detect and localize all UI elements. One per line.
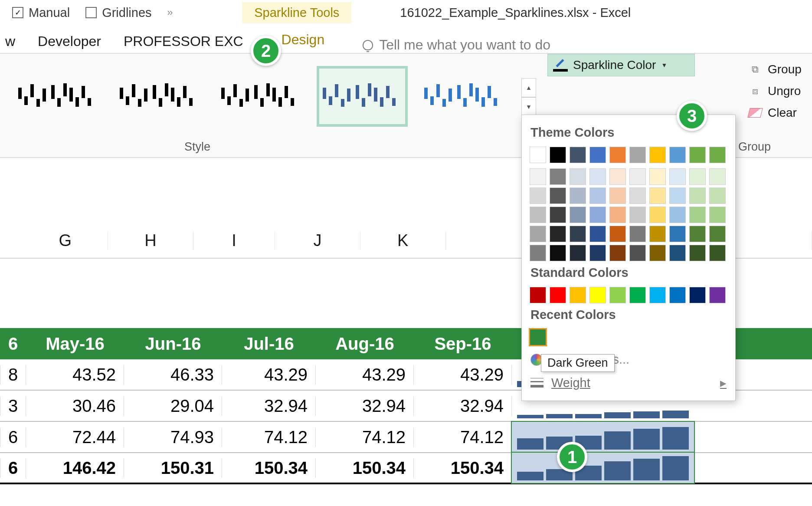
table-header-cell[interactable]: Sep-16 (414, 334, 512, 354)
color-swatch[interactable] (550, 287, 566, 303)
table-cell[interactable]: 30.46 (26, 396, 124, 416)
color-swatch[interactable] (609, 245, 626, 261)
table-cell[interactable]: 74.12 (414, 427, 512, 447)
table-cell[interactable]: 150.34 (222, 458, 316, 478)
table-cell[interactable]: 150.31 (124, 458, 222, 478)
gridlines-checkbox[interactable]: Gridlines (85, 6, 151, 20)
color-swatch[interactable] (689, 147, 706, 163)
color-swatch[interactable] (609, 187, 626, 204)
table-header-cell[interactable]: 6 (0, 334, 26, 354)
color-swatch[interactable] (669, 287, 686, 303)
manual-checkbox[interactable]: ✓ Manual (12, 6, 70, 20)
color-swatch[interactable] (530, 168, 546, 185)
color-swatch[interactable] (550, 207, 566, 223)
color-swatch[interactable] (589, 168, 606, 185)
color-swatch[interactable] (649, 245, 666, 261)
column-letter[interactable]: J (275, 231, 360, 250)
color-swatch[interactable] (550, 245, 566, 261)
column-letter[interactable]: G (23, 231, 108, 250)
color-swatch[interactable] (709, 168, 726, 185)
more-colors-button[interactable]: More Colors... Dark Green (530, 348, 727, 371)
color-swatch[interactable] (589, 187, 606, 204)
sparkline-color-button[interactable]: Sparkline Color ▼ (547, 54, 695, 76)
color-swatch[interactable] (609, 147, 626, 163)
color-swatch[interactable] (649, 147, 666, 163)
table-header-cell[interactable]: Aug-16 (316, 334, 414, 354)
column-letter[interactable]: H (108, 231, 193, 250)
color-swatch[interactable] (709, 187, 726, 204)
table-cell[interactable]: 43.29 (414, 365, 512, 384)
table-cell[interactable]: 72.44 (26, 427, 124, 447)
overflow-icon[interactable]: ›› (167, 7, 172, 18)
style-option-3[interactable] (215, 66, 306, 127)
color-swatch[interactable] (689, 226, 706, 242)
color-swatch[interactable] (570, 207, 586, 223)
tab-professor-excel[interactable]: PROFESSOR EXC (124, 33, 243, 53)
context-tab-sparkline-tools[interactable]: Sparkline Tools (242, 2, 351, 23)
color-swatch[interactable] (689, 207, 706, 223)
color-swatch[interactable] (709, 226, 726, 242)
color-swatch[interactable] (629, 287, 646, 303)
color-swatch[interactable] (570, 187, 586, 204)
color-swatch[interactable] (689, 245, 706, 261)
color-swatch[interactable] (589, 245, 606, 261)
color-swatch[interactable] (709, 147, 726, 163)
color-swatch[interactable] (689, 168, 706, 185)
table-cell[interactable]: 74.93 (124, 427, 222, 447)
table-cell[interactable]: 32.94 (414, 396, 512, 416)
color-swatch[interactable] (530, 287, 546, 303)
color-swatch[interactable] (589, 226, 606, 242)
color-swatch[interactable] (649, 226, 666, 242)
color-swatch[interactable] (530, 245, 546, 261)
clear-button[interactable]: Clear (749, 106, 812, 120)
color-swatch[interactable] (689, 287, 706, 303)
table-cell[interactable]: 32.94 (316, 396, 414, 416)
table-cell[interactable]: 3 (0, 396, 26, 416)
color-swatch[interactable] (629, 168, 646, 185)
color-swatch[interactable] (649, 207, 666, 223)
color-swatch[interactable] (589, 287, 606, 303)
table-cell[interactable]: 74.12 (316, 427, 414, 447)
color-swatch[interactable] (629, 187, 646, 204)
column-letter[interactable]: K (360, 231, 446, 250)
color-swatch[interactable] (629, 207, 646, 223)
color-swatch[interactable] (550, 147, 566, 163)
color-swatch[interactable] (669, 187, 686, 204)
color-swatch[interactable] (629, 226, 646, 242)
ungroup-button[interactable]: ⧈Ungro (749, 84, 812, 98)
color-swatch-recent[interactable] (530, 329, 546, 345)
color-swatch[interactable] (689, 187, 706, 204)
group-button[interactable]: ⧉Group (749, 62, 812, 76)
table-cell[interactable]: 150.34 (316, 458, 414, 478)
color-swatch[interactable] (669, 147, 686, 163)
table-cell[interactable]: 43.52 (26, 365, 124, 384)
color-swatch[interactable] (669, 168, 686, 185)
style-option-5[interactable] (418, 66, 509, 127)
table-header-cell[interactable]: Jun-16 (124, 334, 222, 354)
table-cell[interactable]: 32.94 (222, 396, 316, 416)
style-option-4-selected[interactable] (317, 66, 408, 127)
color-swatch[interactable] (709, 287, 726, 303)
color-swatch[interactable] (570, 226, 586, 242)
style-option-2[interactable] (114, 66, 205, 127)
table-header-cell[interactable]: May-16 (26, 334, 124, 354)
color-swatch[interactable] (570, 168, 586, 185)
sparkline-cell[interactable] (512, 453, 694, 483)
scroll-up-icon[interactable]: ▲ (521, 78, 536, 97)
color-swatch[interactable] (629, 147, 646, 163)
color-swatch[interactable] (589, 207, 606, 223)
color-swatch[interactable] (609, 207, 626, 223)
color-swatch[interactable] (550, 226, 566, 242)
weight-submenu[interactable]: Weight ▸ (530, 371, 727, 394)
color-swatch[interactable] (609, 226, 626, 242)
color-swatch[interactable] (649, 287, 666, 303)
column-letter[interactable]: I (193, 231, 275, 250)
color-swatch[interactable] (530, 187, 546, 204)
color-swatch[interactable] (709, 245, 726, 261)
color-swatch[interactable] (649, 168, 666, 185)
table-cell[interactable]: 74.12 (222, 427, 316, 447)
style-option-1[interactable] (12, 66, 103, 127)
table-cell[interactable]: 46.33 (124, 365, 222, 384)
color-swatch[interactable] (589, 147, 606, 163)
color-swatch[interactable] (570, 245, 586, 261)
